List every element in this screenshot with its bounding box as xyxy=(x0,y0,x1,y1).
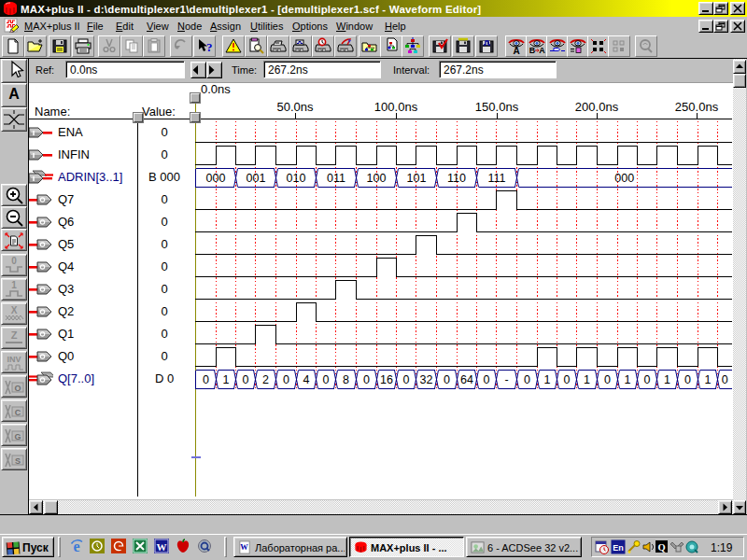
svg-text:001: 001 xyxy=(247,172,266,185)
svg-text:16: 16 xyxy=(380,373,393,386)
svg-text:000: 000 xyxy=(614,172,634,185)
svg-text:En: En xyxy=(613,543,624,553)
svg-text:0: 0 xyxy=(283,373,289,386)
svg-text:S: S xyxy=(15,456,21,466)
svg-text:1: 1 xyxy=(11,280,17,290)
svg-text:W: W xyxy=(240,542,248,552)
svg-text:0: 0 xyxy=(684,373,691,386)
svg-text:1: 1 xyxy=(705,373,712,386)
svg-text:0: 0 xyxy=(11,256,17,266)
svg-text:1: 1 xyxy=(223,373,230,386)
svg-text:100: 100 xyxy=(367,172,387,185)
svg-text:0: 0 xyxy=(243,373,249,386)
svg-text:0: 0 xyxy=(444,373,450,386)
svg-text:B: B xyxy=(529,46,536,55)
svg-text:0: 0 xyxy=(564,373,571,386)
svg-text:111: 111 xyxy=(487,172,505,185)
svg-text:8: 8 xyxy=(343,373,349,386)
svg-text:0: 0 xyxy=(203,373,209,386)
svg-text:A: A xyxy=(539,46,545,55)
svg-text:0: 0 xyxy=(604,373,611,386)
svg-text:1: 1 xyxy=(664,373,670,386)
svg-text:C: C xyxy=(15,408,21,417)
svg-text:4: 4 xyxy=(303,373,310,386)
svg-text:O: O xyxy=(14,384,21,393)
svg-text:0: 0 xyxy=(323,373,330,386)
svg-text:A: A xyxy=(513,46,519,55)
svg-text:110: 110 xyxy=(447,172,466,185)
svg-text:0: 0 xyxy=(644,373,651,386)
svg-text:1: 1 xyxy=(625,373,631,386)
svg-text:2: 2 xyxy=(262,373,269,386)
svg-text:Z: Z xyxy=(11,329,18,341)
svg-text:0: 0 xyxy=(363,373,370,386)
svg-text:0: 0 xyxy=(722,373,728,386)
svg-text:32: 32 xyxy=(420,373,433,386)
svg-text:011: 011 xyxy=(327,172,345,185)
svg-text:0: 0 xyxy=(484,373,490,386)
svg-text:?: ? xyxy=(206,40,213,54)
svg-text:INV: INV xyxy=(7,355,21,364)
svg-text:0: 0 xyxy=(524,373,530,386)
svg-text:X: X xyxy=(11,305,18,315)
svg-text:64: 64 xyxy=(460,373,473,386)
svg-text:0: 0 xyxy=(403,373,410,386)
svg-text:000: 000 xyxy=(206,172,226,185)
svg-text:010: 010 xyxy=(287,172,306,185)
svg-text:1: 1 xyxy=(584,373,590,386)
svg-text:W: W xyxy=(157,541,167,553)
svg-text:1: 1 xyxy=(544,373,551,386)
svg-text:Q: Q xyxy=(657,542,665,553)
svg-text:-: - xyxy=(504,373,508,386)
svg-text:101: 101 xyxy=(407,172,427,185)
svg-text:G: G xyxy=(14,432,21,441)
